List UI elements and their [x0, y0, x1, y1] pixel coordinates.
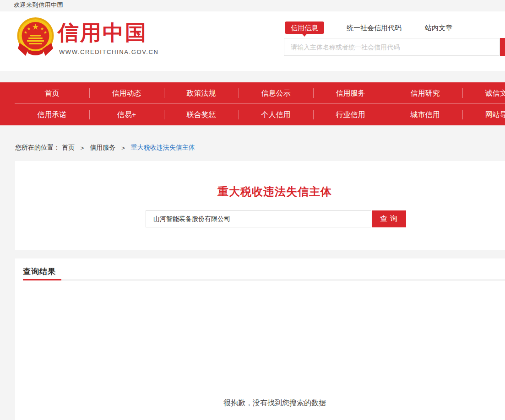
breadcrumb: 您所在的位置： 首页 > 信用服务 > 重大税收违法失信主体	[15, 144, 195, 152]
breadcrumb-current-page[interactable]: 重大税收违法失信主体	[131, 144, 195, 151]
site-url: WWW.CREDITCHINA.GOV.CN	[59, 48, 158, 55]
nav-info-disclosure[interactable]: 信息公示	[239, 82, 313, 104]
page-root: 欢迎来到信用中国 信用中国 WWW.CRED	[0, 0, 505, 420]
query-submit-button[interactable]: 查 询	[372, 210, 406, 227]
nav-industry-credit[interactable]: 行业信用	[313, 104, 388, 125]
nav-credit-research[interactable]: 信用研究	[388, 82, 462, 104]
tab-site-articles[interactable]: 站内文章	[425, 22, 452, 34]
main-nav: 首页 信用动态 政策法规 信息公示 信用服务 信用研究 诚信文化 信用承诺 信易…	[0, 82, 505, 125]
nav-credit-services[interactable]: 信用服务	[313, 82, 388, 104]
header-search-input[interactable]	[284, 38, 500, 56]
breadcrumb-home[interactable]: 首页	[62, 144, 75, 151]
nav-city-credit[interactable]: 城市信用	[388, 104, 462, 125]
nav-site-navigation[interactable]: 网站导航	[462, 104, 505, 125]
header-search-button[interactable]	[500, 38, 505, 56]
tab-credit-info-label: 信用信息	[291, 24, 318, 32]
nav-xinyi-plus[interactable]: 信易+	[89, 104, 164, 125]
welcome-bar: 欢迎来到信用中国	[0, 0, 505, 11]
nav-row-2: 信用承诺 信易+ 联合奖惩 个人信用 行业信用 城市信用 网站导航	[0, 104, 505, 125]
site-title[interactable]: 信用中国	[58, 19, 147, 47]
tab-credit-info[interactable]: 信用信息	[285, 22, 324, 34]
main-title: 重大税收违法失信主体	[15, 184, 505, 199]
breadcrumb-separator-icon: >	[81, 145, 84, 151]
results-divider	[23, 280, 505, 280]
nav-joint-reward-punishment[interactable]: 联合奖惩	[164, 104, 239, 125]
results-panel: 查询结果 很抱歉，没有找到您搜索的数据	[15, 258, 505, 420]
tab-unified-social-credit-code[interactable]: 统一社会信用代码	[347, 22, 402, 34]
nav-policy-regulations[interactable]: 政策法规	[164, 82, 239, 104]
entity-query-input[interactable]	[146, 210, 371, 227]
empty-results-message: 很抱歉，没有找到您搜索的数据	[15, 398, 505, 408]
national-emblem-logo[interactable]	[16, 17, 55, 59]
breadcrumb-separator-icon: >	[121, 145, 125, 151]
nav-integrity-culture[interactable]: 诚信文化	[462, 82, 505, 104]
nav-personal-credit[interactable]: 个人信用	[239, 104, 313, 125]
breadcrumb-prefix: 您所在的位置：	[15, 144, 60, 151]
nav-row-1: 首页 信用动态 政策法规 信息公示 信用服务 信用研究 诚信文化	[0, 82, 505, 104]
results-heading: 查询结果	[23, 266, 56, 277]
breadcrumb-credit-services[interactable]: 信用服务	[90, 144, 115, 151]
query-panel: 重大税收违法失信主体 查 询	[15, 161, 505, 250]
nav-home[interactable]: 首页	[15, 82, 89, 104]
site-header: 信用中国 WWW.CREDITCHINA.GOV.CN 信用信息 统一社会信用代…	[0, 11, 505, 71]
nav-credit-commitment[interactable]: 信用承诺	[15, 104, 89, 125]
active-tab-pointer-icon	[302, 33, 307, 37]
nav-credit-news[interactable]: 信用动态	[89, 82, 164, 104]
welcome-text: 欢迎来到信用中国	[14, 1, 63, 8]
results-divider-accent	[23, 279, 61, 280]
